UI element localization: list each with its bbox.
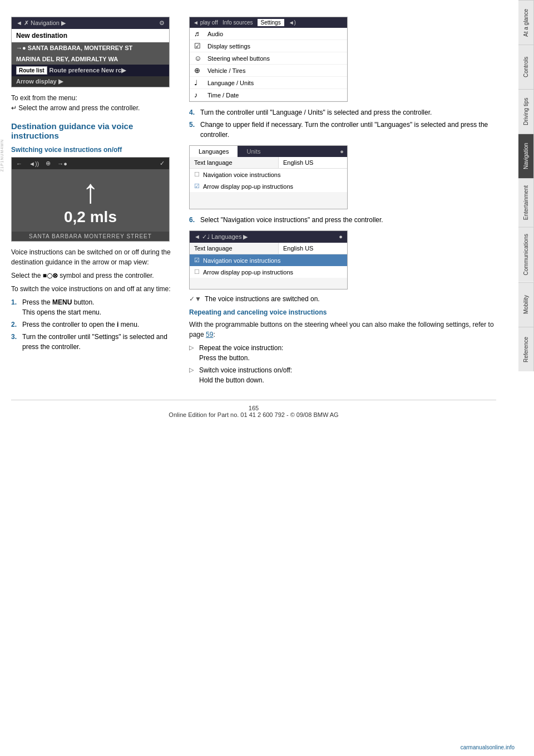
nav-body: New destination →● SANTA BARBARA, MONTER… <box>12 29 169 87</box>
checkmark-note-icon: ✓▼ <box>189 295 201 303</box>
voice-on-text: The voice instructions are switched on. <box>205 295 320 303</box>
nav-voice-label2: Navigation voice instructions <box>203 257 280 264</box>
step-3: 3. Turn the controller until "Settings" … <box>11 332 178 352</box>
language-icon: ♩ <box>194 78 204 87</box>
text-lang-label: Text language <box>190 157 279 168</box>
nav-voice-label: Navigation voice instructions <box>203 171 280 178</box>
left-col: ◄ ✗ Navigation ▶ ⚙ New destination →● SA… <box>11 17 178 389</box>
lang-bullet: ● <box>337 146 347 157</box>
checkbox-checked-icon: ☑ <box>194 183 200 190</box>
sidebar-tab-reference[interactable]: Reference <box>518 327 534 371</box>
settings-language: ♩ Language / Units <box>190 77 347 89</box>
checkbox-empty-icon: ☐ <box>194 171 200 178</box>
nav-arrow-display: Arrow display ▶ <box>12 76 169 87</box>
sidebar-tab-mobility[interactable]: Mobility <box>518 282 534 327</box>
repeating-bullets: ▷ Repeat the voice instruction:Press the… <box>189 343 496 385</box>
checkbox-checked2-icon: ☑ <box>194 257 200 264</box>
main-content: ◄ ✗ Navigation ▶ ⚙ New destination →● SA… <box>0 0 518 756</box>
steering-icon: ☺ <box>194 54 204 62</box>
sidebar-tab-communications[interactable]: Communications <box>518 227 534 282</box>
settings-screenshot: ◄ play off Info sources Settings ◄) ♬ Au… <box>189 17 348 102</box>
language-label: Language / Units <box>207 80 254 86</box>
nav-screenshot: ◄ ✗ Navigation ▶ ⚙ New destination →● SA… <box>11 17 170 87</box>
right-col: ◄ play off Info sources Settings ◄) ♬ Au… <box>189 17 496 389</box>
arrow-popup-option: ☑ Arrow display pop-up instructions <box>190 180 347 192</box>
check-icon: ✓ <box>160 160 165 167</box>
settings-display: ☑ Display settings <box>190 40 347 52</box>
audio-label: Audio <box>207 31 223 37</box>
lang2-header-text: ◄ ✓♩ Languages ▶ <box>194 233 248 240</box>
nav-voice-option-checked: ☑ Navigation voice instructions <box>190 254 347 266</box>
sidebar-tab-at-a-glance[interactable]: At a glance <box>518 0 534 45</box>
arrow-screenshot: ← ◄)) ⊕ →● ✓ ↑ 0,2 mls SANTA BARBARA MON… <box>11 157 170 242</box>
sidebar-tab-controls[interactable]: Controls <box>518 45 534 89</box>
back-arrow-icon: ← <box>16 160 22 167</box>
lang-spacer <box>190 192 347 209</box>
settings-items: ♬ Audio ☑ Display settings ☺ Steering wh… <box>190 28 347 101</box>
arrow-popup-option2: ☐ Arrow display pop-up instructions <box>190 266 347 278</box>
lang-header-1: Languages Units ● <box>190 146 347 157</box>
sidebar-tab-entertainment[interactable]: Entertainment <box>518 178 534 227</box>
lang2-text-lang-label: Text language <box>190 243 279 254</box>
arrow-body: ↑ 0,2 mls <box>12 169 169 232</box>
split-icon: ⊕ <box>46 160 51 167</box>
sidebar: At a glance Controls Driving tips Naviga… <box>518 0 534 756</box>
lang2-text-lang-value: English US <box>279 243 347 254</box>
lang-text-row: Text language English US <box>190 157 347 169</box>
arrow-popup-label: Arrow display pop-up instructions <box>203 183 293 190</box>
nav-route-bar: Route list Route preference New rc▶ <box>12 65 169 76</box>
nav-voice-option-unchecked: ☐ Navigation voice instructions <box>190 169 347 180</box>
steering-label: Steering wheel buttons <box>207 55 270 62</box>
switching-body3: To switch the voice instructions on and … <box>11 284 178 294</box>
voice-on-note: ✓▼ The voice instructions are switched o… <box>189 295 496 303</box>
arrow-popup-label2: Arrow display pop-up instructions <box>203 269 293 276</box>
step-6-list: 6. Select "Navigation voice instructions… <box>189 215 496 225</box>
settings-header-left: ◄ play off Info sources <box>193 19 253 26</box>
nav-route2: MARINA DEL REY, ADMIRALTY WA <box>12 53 169 65</box>
settings-header: ◄ play off Info sources Settings ◄) <box>190 17 347 28</box>
time-icon: ♪ <box>194 91 204 99</box>
bullet-repeat: ▷ Repeat the voice instruction:Press the… <box>189 343 496 363</box>
step-2: 2. Press the controller to open the i me… <box>11 320 178 330</box>
side-code-left: Z1P1NUM4WN <box>0 139 4 171</box>
distance-text: 0,2 mls <box>64 208 117 226</box>
lang-tab-languages: Languages <box>190 146 238 157</box>
carmanuals-watermark: carmanualsonline.info <box>461 744 515 750</box>
repeating-title: Repeating and canceling voice instructio… <box>189 308 496 316</box>
page-container: Z1P1NUM4WN ◄ ✗ Navigation ▶ ⚙ New destin… <box>0 0 534 756</box>
nav-settings-icon: ⚙ <box>159 19 165 27</box>
route-list-btn[interactable]: Route list <box>16 66 47 75</box>
page-link-59[interactable]: 59 <box>206 331 213 338</box>
steps-list-right: 4. Turn the controller until "Language /… <box>189 107 496 140</box>
section-title: Destination guidance via voice instructi… <box>11 121 178 140</box>
arrow-header: ← ◄)) ⊕ →● ✓ <box>12 158 169 169</box>
bullet-repeat-text: Repeat the voice instruction:Press the b… <box>199 343 283 363</box>
settings-tab-active: Settings <box>258 19 284 26</box>
lang-tab-units: Units <box>238 146 269 157</box>
settings-time: ♪ Time / Date <box>190 89 347 101</box>
step-4: 4. Turn the controller until "Language /… <box>189 107 496 117</box>
lang-header-2: ◄ ✓♩ Languages ▶ ● <box>190 231 347 243</box>
repeating-body: With the programmable buttons on the ste… <box>189 320 496 340</box>
switching-title: Switching voice instructions on/off <box>11 146 178 154</box>
page-footer: 165 Online Edition for Part no. 01 41 2 … <box>11 400 496 423</box>
lang-screenshot-1: Languages Units ● Text language English … <box>189 145 348 209</box>
sidebar-tab-driving-tips[interactable]: Driving tips <box>518 89 534 134</box>
exit-menu-caption: To exit from the menu: ↵ Select the arro… <box>11 93 178 113</box>
settings-audio: ♬ Audio <box>190 28 347 40</box>
vehicle-label: Vehicle / Tires <box>207 67 245 74</box>
nav-header-title: ◄ ✗ Navigation ▶ <box>16 19 66 27</box>
forward-icon: →● <box>57 160 67 167</box>
settings-vehicle: ⊕ Vehicle / Tires <box>190 65 347 77</box>
bullet-arrow-icon-1: ▷ <box>189 343 196 363</box>
top-two-col: ◄ ✗ Navigation ▶ ⚙ New destination →● SA… <box>11 17 496 389</box>
sidebar-tab-navigation[interactable]: Navigation <box>518 134 534 178</box>
settings-steering: ☺ Steering wheel buttons <box>190 52 347 65</box>
switching-body1: Voice instructions can be switched on or… <box>11 247 178 267</box>
street-footer: SANTA BARBARA MONTERREY STREET <box>12 232 169 241</box>
audio-icon: ♬ <box>194 30 204 38</box>
page-number: 165 <box>249 405 259 411</box>
lang2-spacer <box>190 278 347 289</box>
nav-route1: →● SANTA BARBARA, MONTERREY ST <box>12 42 169 53</box>
step-5: 5. Change to upper field if necessary. T… <box>189 120 496 140</box>
